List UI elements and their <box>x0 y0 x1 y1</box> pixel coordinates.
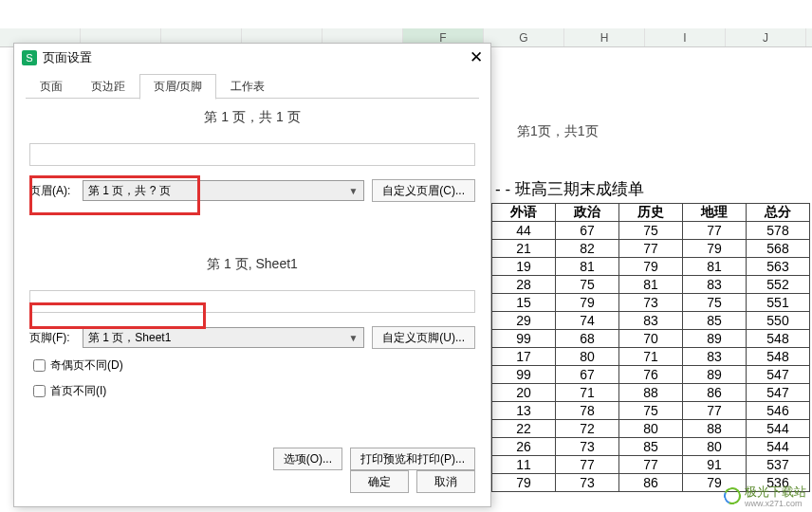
chevron-down-icon: ▼ <box>348 186 358 196</box>
table-row: 19817981563 <box>492 258 810 276</box>
footer-combo[interactable]: 第 1 页，Sheet1 ▼ <box>83 327 364 348</box>
table-header-cell: 政治 <box>556 204 619 222</box>
column-header[interactable]: J <box>726 28 806 46</box>
table-cell: 82 <box>556 240 619 258</box>
table-cell: 548 <box>747 348 810 366</box>
custom-footer-button[interactable]: 自定义页脚(U)... <box>372 326 475 349</box>
ok-button[interactable]: 确定 <box>350 470 409 493</box>
table-cell: 17 <box>492 348 556 366</box>
header-row: 页眉(A): 第 1 页，共 ? 页 ▼ 自定义页眉(C)... <box>29 179 475 202</box>
table-cell: 74 <box>556 312 619 330</box>
table-cell: 79 <box>492 474 556 492</box>
table-header-cell: 外语 <box>492 204 556 222</box>
first-page-label: 首页不同(I) <box>50 383 106 399</box>
watermark-icon <box>721 485 743 506</box>
odd-even-label: 奇偶页不同(D) <box>50 357 123 374</box>
table-cell: 83 <box>619 312 683 330</box>
table-cell: 70 <box>619 330 683 348</box>
table-cell: 79 <box>683 240 747 258</box>
table-cell: 80 <box>619 420 683 438</box>
dialog-body: 第 1 页，共 1 页 页眉(A): 第 1 页，共 ? 页 ▼ 自定义页眉(C… <box>14 99 490 478</box>
table-cell: 20 <box>492 384 556 402</box>
table-title: - - 班高三期末成绩单 <box>491 178 812 200</box>
table-cell: 550 <box>747 312 810 330</box>
table-cell: 67 <box>556 222 619 240</box>
score-table: 外语政治历史地理总分446775775782182777956819817981… <box>491 203 810 492</box>
options-button[interactable]: 选项(O)... <box>273 448 342 470</box>
table-cell: 75 <box>556 276 619 294</box>
table-cell: 85 <box>683 312 747 330</box>
table-cell: 79 <box>619 258 683 276</box>
tab-page[interactable]: 页面 <box>26 74 77 99</box>
table-cell: 537 <box>747 456 810 474</box>
table-cell: 73 <box>619 294 683 312</box>
table-cell: 86 <box>619 474 683 492</box>
table-row: 13787577546 <box>492 402 810 420</box>
table-cell: 546 <box>747 402 810 420</box>
column-header[interactable]: G <box>484 28 564 46</box>
table-cell: 563 <box>747 258 810 276</box>
table-cell: 77 <box>619 456 683 474</box>
table-cell: 89 <box>683 366 747 384</box>
table-cell: 28 <box>492 276 556 294</box>
table-cell: 77 <box>619 240 683 258</box>
header-preview-box <box>29 143 475 166</box>
odd-even-checkbox-input[interactable] <box>33 359 46 372</box>
table-cell: 73 <box>556 474 619 492</box>
table-row: 17807183548 <box>492 348 810 366</box>
footer-label: 页脚(F): <box>29 330 83 346</box>
tab-header-footer[interactable]: 页眉/页脚 <box>139 74 216 100</box>
first-page-different-checkbox[interactable]: 首页不同(I) <box>29 382 475 400</box>
column-header[interactable]: H <box>564 28 645 46</box>
table-cell: 552 <box>747 276 810 294</box>
table-row: 15797375551 <box>492 294 810 312</box>
watermark: 极光下载站 www.x271.com <box>724 484 806 508</box>
table-cell: 11 <box>492 456 556 474</box>
watermark-text: 极光下载站 <box>745 485 806 499</box>
table-cell: 547 <box>747 366 810 384</box>
cancel-button[interactable]: 取消 <box>416 470 475 493</box>
table-cell: 75 <box>683 294 747 312</box>
table-cell: 81 <box>619 276 683 294</box>
app-icon: S <box>22 50 37 65</box>
column-header[interactable]: I <box>645 28 726 46</box>
odd-even-different-checkbox[interactable]: 奇偶页不同(D) <box>29 357 475 375</box>
print-preview-button[interactable]: 打印预览和打印(P)... <box>350 448 475 470</box>
table-cell: 99 <box>492 366 556 384</box>
dialog-actions: 确定 取消 <box>350 470 475 493</box>
page-indicator: 第1页，共1页 <box>517 123 599 140</box>
first-page-checkbox-input[interactable] <box>33 385 46 397</box>
middle-actions: 选项(O)... 打印预览和打印(P)... <box>29 448 475 470</box>
dialog-title-text: 页面设置 <box>43 44 92 72</box>
tab-worksheet[interactable]: 工作表 <box>216 74 279 99</box>
table-cell: 551 <box>747 294 810 312</box>
table-row: 22728088544 <box>492 420 810 438</box>
custom-header-button[interactable]: 自定义页眉(C)... <box>372 179 475 202</box>
table-cell: 99 <box>492 330 556 348</box>
table-header-cell: 地理 <box>683 204 747 222</box>
header-combo[interactable]: 第 1 页，共 ? 页 ▼ <box>83 180 364 201</box>
table-row: 11777791537 <box>492 456 810 474</box>
table-cell: 29 <box>492 312 556 330</box>
table-cell: 75 <box>619 402 683 420</box>
footer-combo-value: 第 1 页，Sheet1 <box>88 330 171 346</box>
table-cell: 81 <box>556 258 619 276</box>
table-cell: 86 <box>683 384 747 402</box>
header-label: 页眉(A): <box>29 183 83 199</box>
table-row: 99677689547 <box>492 366 810 384</box>
table-cell: 44 <box>492 222 556 240</box>
close-icon[interactable]: ✕ <box>470 44 483 72</box>
tab-margins[interactable]: 页边距 <box>77 74 139 99</box>
table-cell: 88 <box>619 384 683 402</box>
table-row: 28758183552 <box>492 276 810 294</box>
table-cell: 80 <box>683 438 747 456</box>
table-cell: 26 <box>492 438 556 456</box>
table-row: 26738580544 <box>492 438 810 456</box>
tab-strip: 页面 页边距 页眉/页脚 工作表 <box>14 74 490 99</box>
table-cell: 13 <box>492 402 556 420</box>
table-cell: 73 <box>556 438 619 456</box>
page-setup-dialog: S 页面设置 ✕ 页面 页边距 页眉/页脚 工作表 第 1 页，共 1 页 页眉… <box>13 43 491 507</box>
table-row: 44677577578 <box>492 222 810 240</box>
table-cell: 568 <box>747 240 810 258</box>
table-cell: 78 <box>556 402 619 420</box>
